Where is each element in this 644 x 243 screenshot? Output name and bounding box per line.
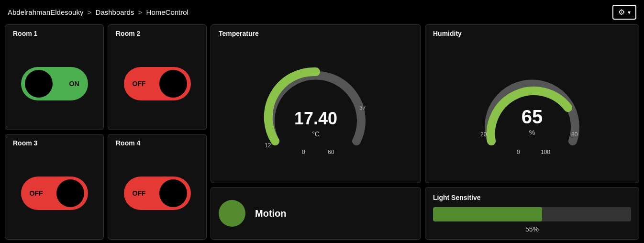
humidity-scale-left: 20 <box>480 131 487 138</box>
humidity-card: Humidity 65 % 20 80 0 1 <box>425 24 639 183</box>
temperature-unit: °C <box>312 130 320 138</box>
room4-toggle-container: OFF <box>116 152 199 234</box>
room1-toggle-container: ON <box>13 42 96 125</box>
humidity-unit: % <box>529 129 535 136</box>
room4-card: Room 4 OFF <box>108 134 207 240</box>
light-progress-bar-outer <box>433 207 631 221</box>
humidity-title: Humidity <box>433 30 631 37</box>
light-sensitive-card: Light Sensitive 55% <box>425 187 639 240</box>
humidity-gauge-svg: 65 % 20 80 0 100 <box>479 62 585 155</box>
humidity-gauge: 65 % 20 80 0 100 <box>479 62 585 155</box>
breadcrumb: AbdelrahmanEldesouky > Dashboards > Home… <box>8 8 189 16</box>
temp-scale-top: 37 <box>359 105 366 111</box>
temperature-title: Temperature <box>219 30 259 37</box>
motion-led <box>219 200 245 227</box>
chevron-down-icon: ▾ <box>628 9 631 16</box>
room1-toggle-label: ON <box>69 80 79 88</box>
rooms-panel: Room 1 ON Room 2 OFF Room 3 <box>5 24 211 240</box>
temperature-gauge: 17.40 °C 12 0 60 37 <box>261 62 371 155</box>
room3-title: Room 3 <box>13 139 96 147</box>
motion-card: Motion <box>211 187 421 240</box>
room3-knob <box>56 179 84 207</box>
temp-scale-bottom-right: 60 <box>328 149 334 155</box>
temperature-gauge-wrapper: 17.40 °C 12 0 60 37 <box>219 39 413 178</box>
main-grid: Room 1 ON Room 2 OFF Room 3 <box>0 22 644 243</box>
breadcrumb-page: HomeControl <box>146 8 189 16</box>
breadcrumb-dashboards: Dashboards <box>96 8 134 16</box>
motion-label: Motion <box>255 208 287 219</box>
humidity-scale-bottom-left: 0 <box>517 149 520 155</box>
light-sensitive-title: Light Sensitive <box>433 194 631 201</box>
room2-title: Room 2 <box>116 30 199 37</box>
light-progress-label: 55% <box>433 225 631 233</box>
room1-toggle[interactable]: ON <box>21 67 88 100</box>
middle-panel: Temperature 17.40 °C 12 0 60 <box>211 24 425 240</box>
temp-scale-min-left: 12 <box>265 142 271 149</box>
room1-knob <box>25 70 53 98</box>
room3-card: Room 3 OFF <box>5 134 104 240</box>
room4-toggle-label: OFF <box>133 189 146 197</box>
room2-toggle[interactable]: OFF <box>124 67 191 100</box>
temperature-value: 17.40 <box>294 109 337 128</box>
temp-scale-bottom-left: 0 <box>302 149 305 155</box>
sep1: > <box>88 8 94 16</box>
room1-card: Room 1 ON <box>5 24 104 130</box>
breadcrumb-user: AbdelrahmanEldesouky <box>8 8 83 16</box>
room1-title: Room 1 <box>13 30 96 37</box>
room2-card: Room 2 OFF <box>108 24 207 130</box>
room2-toggle-container: OFF <box>116 42 199 125</box>
header: AbdelrahmanEldesouky > Dashboards > Home… <box>0 0 644 22</box>
room4-title: Room 4 <box>116 139 199 147</box>
humidity-scale-right: 80 <box>571 131 578 138</box>
light-progress-bar-inner <box>433 207 542 221</box>
room3-toggle-container: OFF <box>13 152 96 234</box>
humidity-scale-bottom-right: 100 <box>541 149 550 155</box>
sep2: > <box>138 8 144 16</box>
temperature-gauge-svg: 17.40 °C 12 0 60 37 <box>261 62 371 155</box>
room2-knob <box>159 70 187 98</box>
humidity-gauge-wrapper: 65 % 20 80 0 100 <box>433 39 631 178</box>
room2-toggle-label: OFF <box>133 80 146 88</box>
gear-icon: ⚙ <box>618 8 625 17</box>
humidity-value: 65 <box>522 106 543 127</box>
room3-toggle[interactable]: OFF <box>21 177 88 210</box>
right-panel: Humidity 65 % 20 80 0 1 <box>425 24 639 240</box>
room3-toggle-label: OFF <box>30 189 43 197</box>
room4-knob <box>159 179 187 207</box>
room4-toggle[interactable]: OFF <box>124 177 191 210</box>
settings-button[interactable]: ⚙ ▾ <box>612 5 636 20</box>
temperature-card: Temperature 17.40 °C 12 0 60 <box>211 24 421 183</box>
